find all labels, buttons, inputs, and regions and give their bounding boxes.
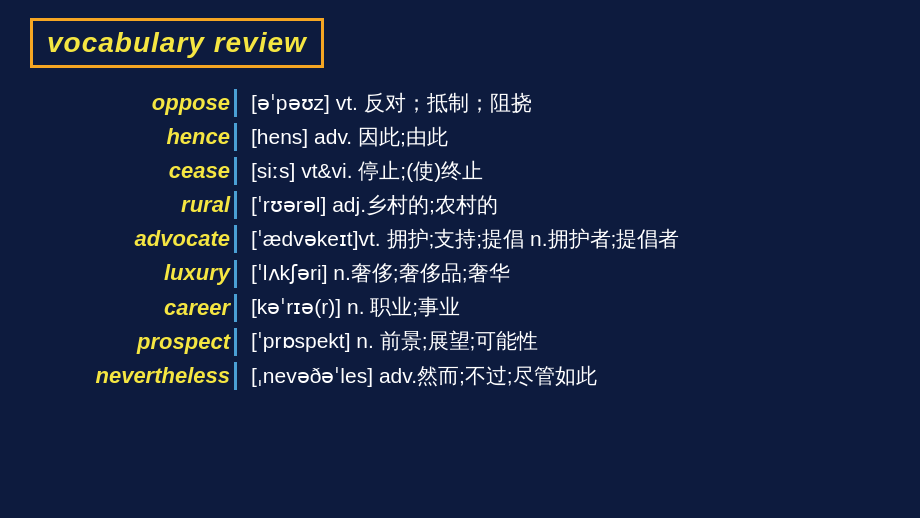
vocab-definition: [əˈpəʊz] vt. 反对；抵制；阻挠: [251, 91, 532, 114]
divider-line: [234, 123, 237, 151]
vocab-word: hence: [166, 124, 230, 149]
table-row: rural[ˈrʊərəl] adj.乡村的;农村的: [30, 188, 890, 222]
divider-line: [234, 225, 237, 253]
vocab-definition: [kəˈrɪə(r)] n. 职业;事业: [251, 295, 460, 318]
vocab-definition: [hens] adv. 因此;由此: [251, 125, 448, 148]
vocab-definition: [ˈædvəkeɪt]vt. 拥护;支持;提倡 n.拥护者;提倡者: [251, 227, 679, 250]
table-row: luxury[ˈlʌkʃəri] n.奢侈;奢侈品;奢华: [30, 256, 890, 290]
divider-line: [234, 362, 237, 390]
vocab-word: prospect: [137, 329, 230, 354]
vocab-word: career: [164, 295, 230, 320]
table-row: advocate[ˈædvəkeɪt]vt. 拥护;支持;提倡 n.拥护者;提倡…: [30, 222, 890, 256]
divider-line: [234, 157, 237, 185]
divider-line: [234, 294, 237, 322]
table-row: career[kəˈrɪə(r)] n. 职业;事业: [30, 291, 890, 325]
vocab-word: oppose: [152, 90, 230, 115]
divider-line: [234, 260, 237, 288]
vocab-word: rural: [181, 192, 230, 217]
title-box: vocabulary review: [30, 18, 324, 68]
vocab-definition: [ˈrʊərəl] adj.乡村的;农村的: [251, 193, 498, 216]
vocab-word: luxury: [164, 260, 230, 285]
page-title: vocabulary review: [47, 27, 307, 58]
vocab-word: advocate: [135, 226, 230, 251]
vocab-definition: [ˈprɒspekt] n. 前景;展望;可能性: [251, 329, 538, 352]
vocab-definition: [ˌnevəðəˈles] adv.然而;不过;尽管如此: [251, 364, 597, 387]
divider-line: [234, 89, 237, 117]
table-row: cease[siːs] vt&vi. 停止;(使)终止: [30, 154, 890, 188]
vocab-definition: [siːs] vt&vi. 停止;(使)终止: [251, 159, 483, 182]
table-row: nevertheless[ˌnevəðəˈles] adv.然而;不过;尽管如此: [30, 359, 890, 393]
table-row: oppose[əˈpəʊz] vt. 反对；抵制；阻挠: [30, 86, 890, 120]
vocab-word: nevertheless: [95, 363, 230, 388]
vocab-table: oppose[əˈpəʊz] vt. 反对；抵制；阻挠hence[hens] a…: [30, 86, 890, 393]
vocab-word: cease: [169, 158, 230, 183]
table-row: prospect[ˈprɒspekt] n. 前景;展望;可能性: [30, 325, 890, 359]
divider-line: [234, 191, 237, 219]
table-row: hence[hens] adv. 因此;由此: [30, 120, 890, 154]
divider-line: [234, 328, 237, 356]
vocab-definition: [ˈlʌkʃəri] n.奢侈;奢侈品;奢华: [251, 261, 510, 284]
